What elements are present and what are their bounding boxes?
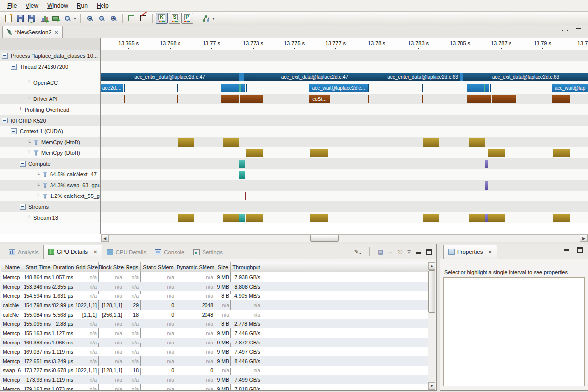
- tree-item-process[interactable]: Process "laplace_data_clauses 10...: [0, 50, 100, 61]
- expander-minus-icon[interactable]: [11, 128, 17, 134]
- expander-minus-icon[interactable]: [20, 204, 26, 210]
- table-row[interactable]: Memcp172.651 ms93.249 µsn/an/an/an/an/a9…: [1, 356, 428, 366]
- maximize-properties-icon[interactable]: [577, 247, 583, 253]
- timeline-bar-openacc-wait[interactable]: [422, 84, 423, 92]
- column-header-regs[interactable]: Regs: [124, 262, 141, 272]
- timeline-bar-openacc-wait[interactable]: [241, 84, 245, 92]
- tab-console[interactable]: Console: [151, 246, 189, 259]
- tree-item-stream13[interactable]: └Stream 13: [0, 212, 100, 223]
- examine-dropdown-caret[interactable]: ▼: [73, 17, 77, 20]
- tab-close-icon[interactable]: ✕: [93, 249, 97, 255]
- timeline-bar-memcpy-htod[interactable]: [178, 138, 194, 147]
- session-tab[interactable]: *NewSession2 ✕: [2, 26, 63, 38]
- toggle-k-button[interactable]: K: [156, 13, 168, 24]
- tab-properties[interactable]: Properties ✕: [443, 245, 497, 259]
- column-header-grid-size[interactable]: Grid Size: [75, 262, 99, 272]
- table-row[interactable]: Memcp154.594 ms1.631 µsn/an/an/an/an/a8 …: [1, 291, 428, 300]
- timeline-bar-driver-api[interactable]: [552, 95, 570, 103]
- timeline-bar-openacc-data[interactable]: acc_enter_data@laplace2d.c:47: [101, 74, 239, 81]
- tree-item-context1[interactable]: Context 1 (CUDA): [0, 126, 100, 137]
- layout-icon[interactable]: ▤: [378, 249, 383, 255]
- tab-settings[interactable]: Settings: [189, 246, 227, 259]
- timeline-bar-openacc-data[interactable]: acc_exit_data@laplace2d.c:63: [463, 74, 588, 81]
- timeline-bar-openacc-data[interactable]: acc_exit_data@laplace2d.c:47: [244, 74, 386, 81]
- tree-item-kernel-calcnext47[interactable]: └64.5% calcNext_47_...: [0, 169, 100, 180]
- timeline-bar-memcpy-dtoh[interactable]: [488, 149, 505, 157]
- vscroll-thumb[interactable]: [428, 270, 435, 313]
- timeline-bar-driver-api[interactable]: [177, 95, 178, 103]
- timeline-bar-openacc-wait[interactable]: [490, 84, 491, 92]
- tab-gpu-details[interactable]: GPU Details✕: [43, 245, 102, 259]
- timeline-bar-openacc-wait[interactable]: [368, 84, 369, 92]
- save-all-button[interactable]: [26, 13, 37, 24]
- tree-item-memcpy-dtoh[interactable]: └MemCpy (DtoH): [0, 147, 100, 158]
- timeline-bar-driver-api[interactable]: [422, 95, 423, 103]
- tree-item-kernel-swap63[interactable]: └34.3% swap_63_gpu: [0, 180, 100, 191]
- tree-item-memcpy-htod[interactable]: └MemCpy (HtoD): [0, 137, 100, 147]
- tree-item-profiling[interactable]: └Profiling Overhead: [0, 104, 100, 115]
- analysis-menu-button[interactable]: [201, 13, 211, 24]
- timeline-bar-driver-api[interactable]: [240, 95, 263, 103]
- timeline-bar-stream13[interactable]: [246, 214, 263, 222]
- tree-item-openacc[interactable]: └OpenACC: [0, 72, 100, 94]
- table-row[interactable]: Memcp148.864 ms1.057 msn/an/an/an/an/a9 …: [1, 272, 428, 282]
- tab-cpu-details[interactable]: CPU Details: [102, 246, 151, 259]
- timeline-bar-openacc-data[interactable]: [239, 74, 244, 81]
- timeline-bar-memcpy-htod[interactable]: [423, 138, 439, 147]
- hscroll-thumb[interactable]: [310, 235, 339, 242]
- tree-item-compute[interactable]: Compute: [0, 158, 100, 169]
- filter-funnel-icon[interactable]: [33, 150, 39, 156]
- table-row[interactable]: swap_6173.727 ms50.678 µs1022,1,1][128,1…: [1, 366, 428, 375]
- table-row[interactable]: Memcp169.037 ms1.119 msn/an/an/an/an/a9 …: [1, 347, 428, 356]
- table-row[interactable]: Memcp179.163 ms1.073 msn/an/an/an/an/a9 …: [1, 384, 428, 390]
- timeline-bar-driver-api[interactable]: [221, 95, 239, 103]
- timeline-bar-stream13[interactable]: [488, 214, 505, 222]
- scroll-left-arrow[interactable]: ◀: [101, 235, 109, 242]
- properties-tab-close-icon[interactable]: ✕: [488, 249, 492, 255]
- expander-minus-icon[interactable]: [20, 161, 26, 167]
- column-header-name[interactable]: Name: [1, 262, 24, 272]
- column-header-throughput[interactable]: Throughput: [231, 262, 262, 272]
- table-row[interactable]: calcNe154.798 ms282.99 µs1022,1,1][128,1…: [1, 300, 428, 310]
- zoom-reset-button[interactable]: ±: [108, 13, 119, 24]
- timeline-bar-openacc-wait[interactable]: [246, 84, 247, 92]
- timeline-bar-openacc-data[interactable]: acc_enter_data@laplace2d.c:63: [386, 74, 460, 81]
- table-row[interactable]: Memcp155.095 ms2.88 µsn/an/an/an/an/a8 B…: [1, 319, 428, 328]
- table-vscrollbar[interactable]: ▲ ▼: [428, 262, 435, 390]
- timeline-hscrollbar[interactable]: ◀ ▶: [101, 234, 588, 242]
- column-header-dynamic-smem[interactable]: Dynamic SMem: [176, 262, 215, 272]
- column-header-duration[interactable]: Duration: [52, 262, 75, 272]
- maximize-panel-icon[interactable]: [426, 249, 432, 255]
- timeline-bar-openacc-wait[interactable]: acc_wait@lap: [552, 84, 588, 92]
- tree-item-driver-api[interactable]: └Driver API: [0, 94, 100, 104]
- timeline-bar-driver-api[interactable]: [368, 95, 369, 103]
- scroll-right-arrow[interactable]: ▶: [580, 235, 588, 242]
- maximize-view-icon[interactable]: [576, 28, 581, 33]
- menu-item-file[interactable]: File: [3, 1, 21, 11]
- timeline-bar-memcpy-htod[interactable]: [469, 138, 485, 147]
- timeline-bar-compute[interactable]: [485, 160, 488, 168]
- tree-item-thread[interactable]: Thread 2741307200: [0, 61, 100, 72]
- zoom-in-button[interactable]: +: [84, 13, 95, 24]
- timeline-bar-driver-api[interactable]: [467, 95, 491, 103]
- filter-funnel-icon[interactable]: [42, 172, 48, 177]
- column-header-static-smem[interactable]: Static SMem: [141, 262, 176, 272]
- show-metrics-button[interactable]: [38, 13, 49, 24]
- column-header-start-time[interactable]: Start Time: [24, 262, 52, 272]
- table-row[interactable]: Memcp173.93 ms1.119 msn/an/an/an/an/a9 M…: [1, 375, 428, 384]
- timeline-bar-memcpy-dtoh[interactable]: [246, 149, 263, 157]
- toggle-p-button[interactable]: P: [181, 13, 193, 24]
- resume-button[interactable]: [50, 13, 61, 24]
- menu-item-run[interactable]: Run: [73, 1, 92, 11]
- table-row[interactable]: Memcp155.163 ms1.127 msn/an/an/an/an/a9 …: [1, 328, 428, 338]
- analysis-dropdown-caret[interactable]: ▼: [212, 17, 215, 20]
- timeline-bar-compute[interactable]: [239, 160, 245, 168]
- timeline-bar-stream13[interactable]: [178, 214, 194, 222]
- scroll-up-arrow[interactable]: ▲: [428, 262, 435, 270]
- tree-item-grid-k520[interactable]: [0] GRID K520: [0, 115, 100, 126]
- timeline-bar-driver-api[interactable]: cuSt...: [309, 95, 330, 103]
- timeline-bar-stream13[interactable]: [469, 214, 485, 222]
- timeline-bar-memcpy-dtoh[interactable]: [310, 149, 328, 157]
- timeline-bar-driver-api[interactable]: [124, 95, 125, 103]
- timeline-bar-kernel-calcnext47[interactable]: [239, 171, 245, 179]
